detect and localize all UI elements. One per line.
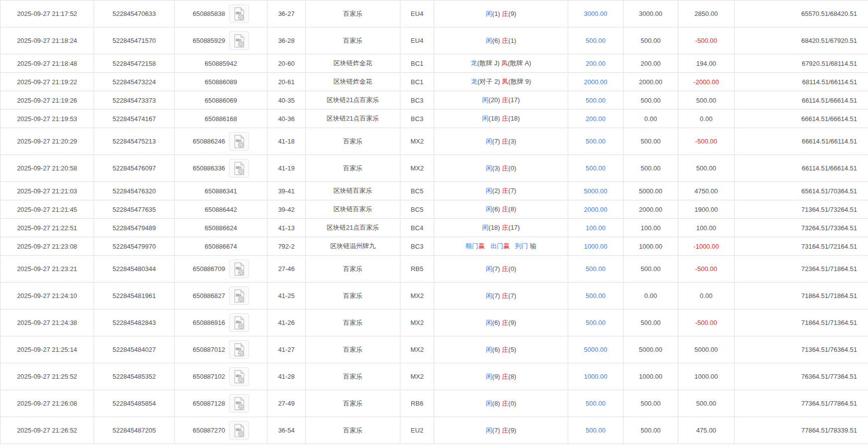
table-code: BC1 — [400, 73, 434, 91]
result-segment: 龙 — [471, 59, 477, 67]
bet-time: 2025-09-27 21:26:52 — [0, 417, 94, 444]
balance: 76364.51/77364.51 — [735, 363, 868, 390]
result-segment: 到门 — [515, 242, 528, 250]
result-segment: (17) — [508, 96, 520, 104]
round-id: 650886168 — [205, 115, 237, 123]
bet-time: 2025-09-27 21:24:10 — [0, 283, 94, 309]
win-loss-amount: 2850.00 — [678, 0, 735, 27]
table-code: MX2 — [400, 363, 434, 390]
video-replay-button[interactable] — [229, 287, 249, 305]
round-cell: 650887128 — [175, 390, 267, 417]
table-row: 2025-09-27 21:18:48 522845472158 6508859… — [0, 54, 868, 73]
bet-id: 522845481961 — [94, 283, 175, 309]
bet-time: 2025-09-27 21:22:51 — [0, 219, 94, 237]
table-round: 40-36 — [267, 110, 306, 128]
round-cell: 650886246 — [175, 128, 267, 155]
video-replay-button[interactable] — [229, 132, 249, 150]
table-code: EU4 — [400, 0, 434, 27]
bet-amount: 5000.00 — [568, 336, 623, 363]
game-name: 区块链21点百家乐 — [306, 219, 400, 237]
round-id: 650886624 — [205, 224, 237, 232]
result-segment: 闲 — [482, 96, 489, 104]
video-replay-button[interactable] — [229, 313, 249, 332]
table-row: 2025-09-27 21:22:51 522845479489 6508866… — [0, 219, 868, 237]
result-segment: 凤 — [502, 78, 508, 85]
win-loss-amount: 5000.00 — [678, 336, 735, 363]
table-row: 2025-09-27 21:26:08 522845485854 6508871… — [0, 390, 868, 417]
video-replay-button[interactable] — [229, 260, 249, 278]
bet-time: 2025-09-27 21:20:29 — [0, 128, 94, 155]
bet-amount: 3000.00 — [568, 0, 623, 27]
game-result: 闲(6) 庄(5) — [434, 336, 568, 363]
result-segment: (18) — [489, 115, 502, 122]
video-replay-button[interactable] — [229, 340, 249, 359]
balance: 71364.51/76364.51 — [735, 336, 868, 363]
game-name: 百家乐 — [306, 256, 400, 283]
win-loss-amount: -500.00 — [678, 128, 735, 155]
table-row: 2025-09-27 21:21:03 522845476320 6508863… — [0, 182, 868, 200]
game-name: 百家乐 — [306, 27, 400, 54]
bet-time: 2025-09-27 21:24:38 — [0, 309, 94, 336]
bet-amount: 100.00 — [568, 219, 623, 237]
bet-time: 2025-09-27 21:18:48 — [0, 54, 94, 73]
valid-bet-amount: 0.00 — [623, 283, 678, 309]
bet-amount: 500.00 — [568, 155, 623, 182]
bet-time: 2025-09-27 21:25:14 — [0, 336, 94, 363]
game-name: 区块链炸金花 — [306, 54, 400, 73]
table-code: MX2 — [400, 309, 434, 336]
video-replay-button[interactable] — [229, 394, 249, 413]
win-loss-amount: 1000.00 — [678, 363, 735, 390]
round-cell: 650886089 — [175, 73, 267, 91]
table-round: 27-49 — [267, 390, 306, 417]
video-replay-button[interactable] — [229, 367, 249, 386]
round-cell: 650886168 — [175, 110, 267, 128]
table-row: 2025-09-27 21:20:29 522845475213 6508862… — [0, 128, 868, 155]
result-segment: 庄 — [502, 96, 508, 104]
result-segment: 庄 — [502, 138, 508, 145]
game-result: 闲(20) 庄(17) — [434, 91, 568, 110]
result-segment: 闲 — [486, 373, 492, 380]
result-segment: (8) — [508, 205, 516, 213]
result-segment: 闲 — [486, 37, 492, 44]
balance: 67920.51/68114.51 — [735, 54, 868, 73]
result-segment: (6) — [492, 37, 502, 44]
video-replay-button[interactable] — [229, 4, 249, 23]
bet-id: 522845485854 — [94, 390, 175, 417]
balance: 77364.51/77864.51 — [735, 390, 868, 417]
video-file-icon — [233, 369, 246, 384]
result-segment: (2) — [492, 187, 502, 194]
result-segment: 闲 — [482, 115, 489, 122]
game-result: 闲(7) 庄(3) — [434, 128, 568, 155]
bet-time: 2025-09-27 21:21:45 — [0, 200, 94, 219]
bet-amount: 500.00 — [568, 309, 623, 336]
result-segment: (18) — [489, 224, 502, 231]
game-name: 区块链炸金花 — [306, 73, 400, 91]
result-segment: 庄 — [502, 164, 508, 172]
table-row: 2025-09-27 21:17:52 522845470633 6508858… — [0, 0, 868, 27]
round-cell: 650887270 — [175, 417, 267, 444]
table-code: BC3 — [400, 237, 434, 256]
win-loss-amount: 100.00 — [678, 219, 735, 237]
result-segment: (7) — [492, 427, 502, 434]
result-segment: 闲 — [486, 10, 492, 17]
game-name: 区块链温州牌九 — [306, 237, 400, 256]
game-result: 闲(18) 庄(18) — [434, 110, 568, 128]
win-loss-amount: 0.00 — [678, 283, 735, 309]
result-segment: (散牌 9) — [508, 78, 531, 85]
video-file-icon — [233, 33, 246, 48]
result-segment: (7) — [492, 265, 502, 273]
video-replay-button[interactable] — [229, 31, 249, 50]
table-row: 2025-09-27 21:24:38 522845482843 6508869… — [0, 309, 868, 336]
valid-bet-amount: 500.00 — [623, 256, 678, 283]
valid-bet-amount: 5000.00 — [623, 336, 678, 363]
video-replay-button[interactable] — [229, 159, 249, 177]
game-name: 百家乐 — [306, 390, 400, 417]
result-segment: 闲 — [486, 346, 492, 353]
valid-bet-amount: 5000.00 — [623, 182, 678, 200]
result-segment: 庄 — [502, 10, 508, 17]
table-round: 20-60 — [267, 54, 306, 73]
table-row: 2025-09-27 21:21:45 522845477635 6508864… — [0, 200, 868, 219]
result-segment: (6) — [492, 205, 502, 213]
video-replay-button[interactable] — [229, 421, 249, 440]
result-segment: 赢 — [503, 242, 510, 250]
